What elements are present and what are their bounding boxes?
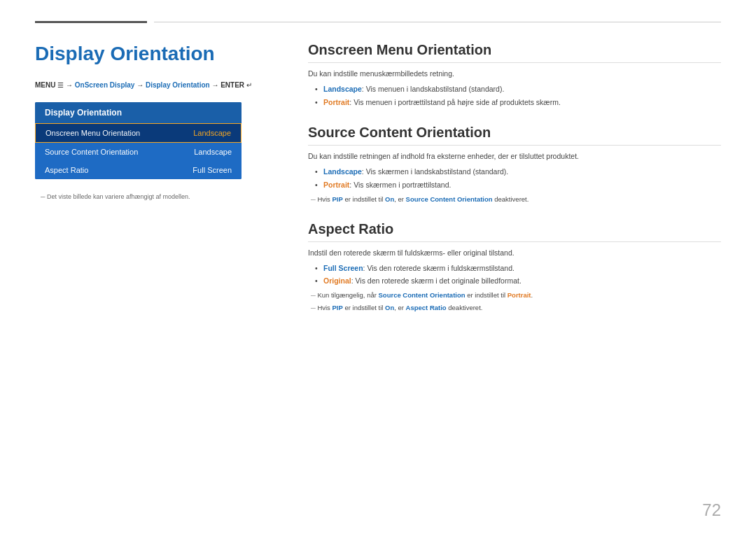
osd-row-source: Source Content Orientation Landscape [35, 143, 241, 161]
bullet-landscape-2: Landscape: Vis skærmen i landskabstilsta… [315, 167, 721, 178]
osd-row-aspect: Aspect Ratio Full Screen [35, 161, 241, 179]
section-onscreen: Onscreen Menu Orientation Du kan indstil… [308, 42, 721, 108]
section-aspect-bullets: Full Screen: Vis den roterede skærm i fu… [315, 263, 721, 288]
enter-icon: ↵ [246, 81, 252, 89]
section-onscreen-desc: Du kan indstille menuskærmbilledets retn… [308, 69, 721, 80]
left-column: Display Orientation MENU ☰ → OnScreen Di… [35, 42, 273, 200]
arrow2: → [136, 81, 146, 89]
bullet-label-landscape-2: Landscape [323, 167, 362, 176]
menu-label: MENU [35, 81, 55, 89]
bullet-label-fullscreen: Full Screen [323, 264, 363, 272]
bullet-landscape-1: Landscape: Vis menuen i landskabstilstan… [315, 84, 721, 95]
pip-label-1: PIP [332, 195, 343, 203]
path-enter: ENTER [220, 81, 244, 89]
bullet-label-portrait-1: Portrait [323, 98, 349, 106]
aspect-note-1: Kun tilgængelig, når Source Content Orie… [308, 290, 721, 300]
bullet-label-portrait-2: Portrait [323, 181, 349, 189]
path-step-1: OnScreen Display [75, 81, 135, 89]
portrait-label: Portrait [507, 291, 531, 299]
osd-row-aspect-value: Full Screen [192, 166, 232, 174]
path-step-2: Display Orientation [146, 81, 210, 89]
osd-row-onscreen: Onscreen Menu Orientation Landscape [35, 123, 241, 143]
menu-icon: ☰ [57, 81, 66, 89]
section-source-title: Source Content Orientation [308, 125, 721, 146]
page: Display Orientation MENU ☰ → OnScreen Di… [0, 0, 756, 534]
top-line-dark [35, 21, 147, 23]
page-title: Display Orientation [35, 42, 273, 66]
section-onscreen-title: Onscreen Menu Orientation [308, 42, 721, 63]
section-aspect: Aspect Ratio Indstil den roterede skærm … [308, 221, 721, 314]
aspect-note-2: Hvis PIP er indstillet til On, er Aspect… [308, 303, 721, 313]
pip-label-2: PIP [332, 304, 343, 311]
bullet-portrait-1: Portrait: Vis menuen i portrættilstand p… [315, 97, 721, 108]
section-source-desc: Du kan indstille retningen af indhold fr… [308, 151, 721, 162]
top-decoration [35, 21, 721, 23]
section-aspect-desc: Indstil den roterede skærm til fuldskærm… [308, 248, 721, 259]
bullet-label-original: Original [323, 276, 351, 285]
osd-row-aspect-label: Aspect Ratio [45, 166, 88, 174]
section-onscreen-bullets: Landscape: Vis menuen i landskabstilstan… [315, 84, 721, 108]
osd-row-source-value: Landscape [194, 148, 232, 156]
osd-row-onscreen-value: Landscape [193, 129, 231, 137]
page-number: 72 [702, 500, 721, 520]
on-label-1: On [385, 195, 394, 203]
bullet-portrait-2: Portrait: Vis skærmen i portrættilstand. [315, 180, 721, 191]
right-column: Onscreen Menu Orientation Du kan indstil… [308, 42, 721, 330]
section-source-bullets: Landscape: Vis skærmen i landskabstilsta… [315, 167, 721, 191]
bullet-original: Original: Vis den roterede skærm i det o… [315, 276, 721, 287]
ar-label: Aspect Ratio [406, 304, 447, 311]
osd-menu-box: Display Orientation Onscreen Menu Orient… [35, 102, 241, 179]
osd-box-header: Display Orientation [35, 102, 241, 123]
arrow3: → [211, 81, 220, 89]
osd-row-onscreen-label: Onscreen Menu Orientation [46, 129, 140, 137]
on-label-2: On [385, 304, 394, 311]
section-source: Source Content Orientation Du kan indsti… [308, 125, 721, 204]
sco-label-2: Source Content Orientation [379, 291, 465, 299]
section-aspect-title: Aspect Ratio [308, 221, 721, 242]
source-note: Hvis PIP er indstillet til On, er Source… [308, 195, 721, 204]
menu-path: MENU ☰ → OnScreen Display → Display Orie… [35, 80, 273, 91]
sco-label-1: Source Content Orientation [406, 195, 493, 203]
bullet-label-landscape-1: Landscape [323, 85, 362, 93]
bullet-fullscreen: Full Screen: Vis den roterede skærm i fu… [315, 263, 721, 274]
left-note: Det viste billede kan variere afhængigt … [35, 193, 273, 200]
osd-row-source-label: Source Content Orientation [45, 148, 138, 156]
top-line-light [154, 22, 721, 22]
arrow1: → [66, 81, 75, 89]
